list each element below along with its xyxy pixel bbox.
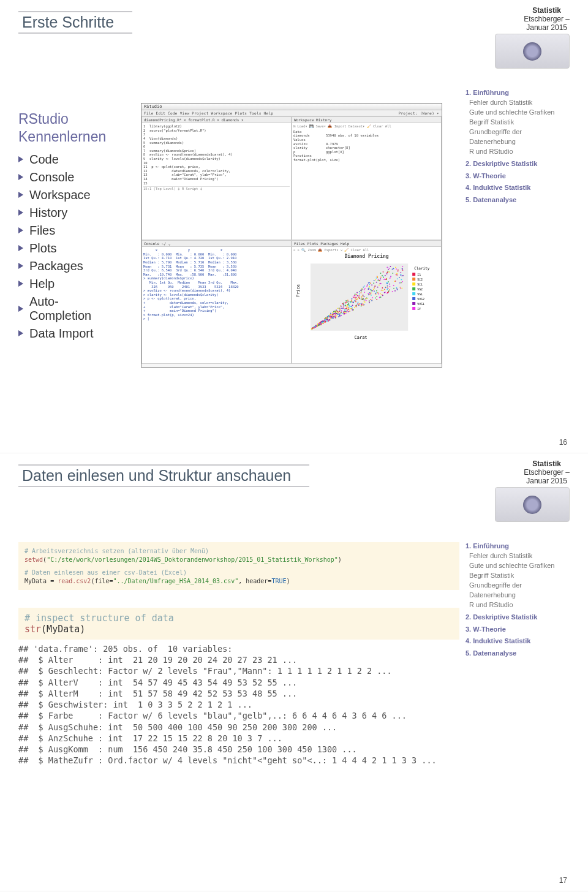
intro-h-l2: Kennenlernen — [18, 129, 106, 145]
svg-text:Carat: Carat — [355, 335, 368, 340]
svg-text:Clarity: Clarity — [414, 266, 430, 271]
svg-point-573 — [336, 311, 337, 312]
svg-point-439 — [359, 293, 360, 295]
svg-point-392 — [349, 305, 350, 306]
svg-point-533 — [332, 312, 333, 313]
svg-point-364 — [395, 281, 396, 282]
console-output: ## 'data.frame': 205 obs. of 10 variable… — [18, 643, 447, 766]
svg-point-592 — [338, 316, 339, 317]
svg-point-104 — [366, 286, 368, 287]
svg-point-550 — [363, 298, 364, 300]
svg-text:I1: I1 — [417, 273, 421, 277]
header-brand: Statistik Etschberger – Januar 2015 — [524, 459, 570, 485]
svg-point-182 — [372, 297, 373, 298]
svg-point-431 — [350, 306, 351, 308]
svg-point-219 — [364, 300, 365, 301]
svg-point-583 — [383, 276, 384, 278]
svg-point-469 — [322, 323, 323, 325]
plots-pane: Files Plots Packages Help ⬅ ➡ 🔍 Zoom 📤 E… — [292, 240, 442, 364]
svg-point-410 — [369, 302, 370, 303]
svg-point-584 — [333, 316, 334, 317]
svg-point-279 — [347, 305, 348, 306]
triangle-icon — [18, 210, 23, 216]
svg-point-390 — [354, 307, 355, 308]
code-line: MyData = read.csv2(file="../Daten/Umfrag… — [24, 577, 453, 586]
svg-point-283 — [357, 304, 358, 305]
triangle-icon — [18, 306, 23, 312]
svg-point-587 — [320, 322, 321, 323]
nav-sub: Begriff Statistik — [466, 118, 570, 127]
svg-point-171 — [342, 313, 343, 314]
svg-point-578 — [316, 326, 317, 327]
svg-point-202 — [326, 321, 328, 322]
nav-sub: Grundbegriffe der Datenerhebung — [466, 581, 570, 600]
svg-point-266 — [397, 289, 398, 290]
svg-point-120 — [366, 300, 367, 301]
nav-section: 4. Induktive Statistik — [466, 183, 570, 193]
svg-point-378 — [389, 284, 390, 285]
outline-nav: 1. Einführung Fehler durch Statistik Gut… — [466, 86, 570, 205]
svg-point-527 — [339, 310, 341, 311]
svg-point-560 — [387, 285, 388, 287]
svg-point-344 — [352, 308, 353, 309]
workspace-body: Data diamonds 53940 obs. of 10 variables… — [293, 130, 440, 162]
nav-sub: Gute und schlechte Grafiken — [466, 108, 570, 118]
svg-point-437 — [356, 298, 358, 300]
svg-point-565 — [380, 293, 381, 295]
svg-point-200 — [369, 286, 370, 287]
svg-point-497 — [336, 313, 337, 314]
triangle-icon — [18, 227, 23, 233]
svg-point-325 — [377, 278, 378, 279]
svg-point-528 — [368, 295, 369, 296]
list-item: Plots — [18, 240, 129, 257]
brand-sub: Etschberger – Januar 2015 — [524, 468, 570, 485]
svg-point-246 — [383, 271, 384, 273]
code-comment: # inspect structure of data — [24, 613, 453, 624]
svg-point-60 — [376, 290, 377, 292]
svg-point-472 — [385, 287, 386, 289]
svg-point-101 — [397, 279, 398, 280]
list-item: Data Import — [18, 325, 129, 342]
svg-point-343 — [355, 294, 356, 295]
svg-point-76 — [388, 281, 389, 282]
workspace-tabs: Workspace History — [292, 117, 441, 123]
svg-point-548 — [389, 290, 390, 291]
svg-point-393 — [339, 316, 340, 317]
svg-point-507 — [355, 297, 356, 298]
svg-point-68 — [371, 290, 372, 292]
svg-text:Price: Price — [296, 284, 301, 297]
svg-point-438 — [380, 273, 382, 274]
svg-point-52 — [387, 271, 388, 272]
svg-rect-610 — [412, 307, 415, 310]
svg-point-322 — [400, 273, 401, 274]
svg-point-500 — [380, 277, 382, 278]
svg-point-450 — [353, 297, 354, 298]
svg-point-418 — [386, 267, 388, 268]
svg-point-278 — [359, 303, 360, 304]
svg-point-537 — [344, 313, 345, 314]
list-item: Workspace — [18, 186, 129, 204]
svg-rect-604 — [412, 292, 415, 295]
svg-point-448 — [330, 320, 331, 321]
nav-sub: R und RStudio — [466, 600, 570, 610]
svg-point-188 — [368, 282, 369, 284]
svg-point-199 — [346, 307, 347, 308]
slide-title: Daten einlesen und Struktur anschauen — [18, 464, 309, 487]
svg-point-576 — [374, 291, 375, 292]
svg-point-287 — [371, 293, 372, 294]
triangle-icon — [18, 281, 23, 287]
svg-point-540 — [351, 300, 352, 301]
nav-section: 2. Deskriptive Statistik — [466, 159, 570, 169]
svg-point-280 — [366, 298, 368, 299]
svg-point-518 — [361, 306, 362, 307]
svg-point-349 — [369, 294, 371, 295]
svg-point-125 — [371, 289, 372, 290]
svg-point-146 — [361, 290, 362, 292]
svg-point-468 — [341, 312, 342, 313]
svg-point-521 — [335, 317, 336, 319]
svg-point-570 — [402, 266, 403, 267]
svg-point-268 — [364, 288, 366, 289]
svg-point-545 — [394, 290, 396, 292]
svg-point-318 — [344, 312, 345, 313]
nav-sub: Fehler durch Statistik — [466, 98, 570, 108]
